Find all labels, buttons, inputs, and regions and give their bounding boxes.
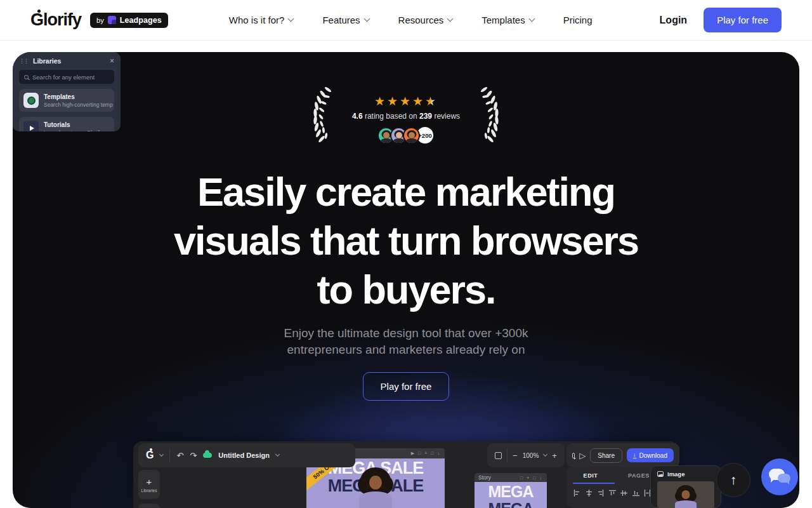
plus-icon: + bbox=[147, 477, 152, 486]
align-top-icon[interactable] bbox=[609, 490, 616, 497]
nav-menu: Who is it for? Features Resources Templa… bbox=[229, 15, 593, 25]
editor-toolbar: G ↶ ↷ Untitled Design bbox=[138, 443, 355, 467]
avatar bbox=[403, 127, 420, 144]
align-bottom-icon[interactable] bbox=[632, 490, 639, 497]
story-artboard[interactable]: Story □ + □ ↓ MEGA MEGA bbox=[475, 473, 547, 508]
document-title[interactable]: Untitled Design bbox=[218, 451, 270, 459]
play-for-free-button[interactable]: Play for free bbox=[704, 8, 782, 32]
chevron-down-icon bbox=[275, 452, 280, 457]
page-title: Easily create marketing visuals that tur… bbox=[13, 168, 799, 314]
nav-item-who-is-it-for[interactable]: Who is it for? bbox=[229, 15, 294, 25]
zoom-level[interactable]: 100% bbox=[523, 452, 539, 459]
laurel-left-icon bbox=[311, 86, 333, 145]
chat-widget-button[interactable] bbox=[761, 458, 798, 495]
login-link[interactable]: Login bbox=[660, 15, 688, 26]
star-icon: ★ bbox=[387, 95, 400, 108]
alignment-toolbar bbox=[566, 484, 663, 497]
drag-handle-icon[interactable]: ⋮⋮ bbox=[19, 58, 28, 64]
nav-item-templates[interactable]: Templates bbox=[481, 15, 534, 25]
divider bbox=[507, 448, 508, 462]
libraries-tool-button[interactable]: + Libraries bbox=[138, 470, 160, 499]
cloud-saved-icon bbox=[203, 453, 212, 458]
image-icon bbox=[657, 471, 664, 477]
undo-icon[interactable]: ↶ bbox=[176, 451, 183, 460]
leadpages-icon bbox=[108, 16, 116, 24]
leadpages-label: Leadpages bbox=[120, 16, 162, 25]
star-icon: ★ bbox=[374, 95, 387, 108]
align-left-icon[interactable] bbox=[573, 490, 580, 497]
nav-item-resources[interactable]: Resources bbox=[398, 15, 453, 25]
rating-badge: ★★★★★ 4.6 rating based on 239 reviews +2… bbox=[13, 86, 799, 145]
artboard-actions-icons[interactable]: ▶ □ + □ ↓ bbox=[411, 451, 441, 456]
hero-subtitle: Enjoy the ultimate design tool that over… bbox=[13, 325, 799, 358]
tab-edit[interactable]: EDIT bbox=[566, 472, 615, 479]
chat-bubble-icon bbox=[778, 474, 790, 483]
share-button[interactable]: Share bbox=[590, 448, 622, 463]
arrow-up-icon: ↑ bbox=[730, 472, 737, 488]
chevron-down-icon bbox=[363, 16, 370, 22]
align-middle-vertical-icon[interactable] bbox=[620, 490, 627, 497]
laurel-right-icon bbox=[479, 86, 501, 145]
libraries-panel-title: Libraries bbox=[33, 57, 61, 65]
reviewer-avatars: +200 bbox=[377, 126, 435, 145]
top-navbar: Glorify by Leadpages Who is it for? Feat… bbox=[0, 0, 812, 41]
nav-item-pricing[interactable]: Pricing bbox=[563, 15, 593, 25]
text-tool-button[interactable]: T bbox=[138, 504, 160, 508]
glorify-logo[interactable]: Glorify bbox=[30, 10, 81, 30]
scroll-to-top-button[interactable]: ↑ bbox=[716, 463, 750, 497]
chevron-down-icon bbox=[159, 452, 164, 457]
star-rating: ★★★★★ bbox=[374, 95, 438, 107]
chevron-down-icon bbox=[543, 452, 547, 457]
chevron-down-icon bbox=[528, 16, 535, 22]
search-input[interactable]: Search for any element bbox=[19, 70, 114, 84]
image-thumbnail bbox=[657, 481, 714, 508]
image-layer-panel[interactable]: Image bbox=[650, 465, 721, 508]
zoom-in-icon[interactable]: + bbox=[552, 451, 557, 460]
by-leadpages-badge[interactable]: by Leadpages bbox=[90, 13, 168, 28]
zoom-out-icon[interactable]: − bbox=[513, 451, 518, 460]
by-label: by bbox=[96, 17, 104, 24]
star-half-icon: ★ bbox=[425, 95, 438, 108]
model-photo bbox=[350, 467, 401, 508]
chevron-down-icon bbox=[288, 16, 294, 22]
nav-actions: Login Play for free bbox=[660, 8, 782, 32]
fit-frame-icon[interactable] bbox=[495, 452, 502, 459]
star-icon: ★ bbox=[400, 95, 412, 108]
glorify-app-logo[interactable]: G bbox=[146, 450, 154, 461]
rating-text: 4.6 rating based on 239 reviews bbox=[352, 112, 460, 121]
share-toolbar: ▷ Share ↓ Download bbox=[566, 443, 679, 467]
present-icon[interactable]: ▷ bbox=[579, 451, 586, 460]
logo-text: Glorify bbox=[30, 10, 81, 29]
divider bbox=[169, 448, 170, 462]
artboard-actions-icons[interactable]: □ + □ ↓ bbox=[520, 476, 543, 480]
search-icon bbox=[24, 75, 29, 79]
edit-pages-panel: EDIT PAGES bbox=[566, 467, 663, 508]
zoom-controls: − 100% + bbox=[487, 443, 565, 467]
chevron-down-icon bbox=[447, 16, 454, 22]
logo-dot bbox=[37, 10, 41, 13]
artboard-label: Story bbox=[478, 474, 491, 481]
close-icon[interactable]: × bbox=[110, 57, 114, 65]
download-icon: ↓ bbox=[633, 452, 636, 459]
align-right-icon[interactable] bbox=[597, 490, 604, 497]
left-tool-strip: + Libraries T bbox=[138, 470, 160, 508]
align-center-horizontal-icon[interactable] bbox=[586, 490, 593, 497]
hero-play-for-free-button[interactable]: Play for free bbox=[363, 372, 450, 401]
star-icon: ★ bbox=[412, 95, 425, 108]
download-button[interactable]: ↓ Download bbox=[627, 448, 674, 462]
redo-icon[interactable]: ↷ bbox=[190, 451, 197, 460]
hero-section: ★★★★★ 4.6 rating based on 239 reviews +2… bbox=[13, 52, 799, 508]
nav-item-features[interactable]: Features bbox=[322, 15, 369, 25]
comment-icon[interactable] bbox=[572, 453, 575, 458]
